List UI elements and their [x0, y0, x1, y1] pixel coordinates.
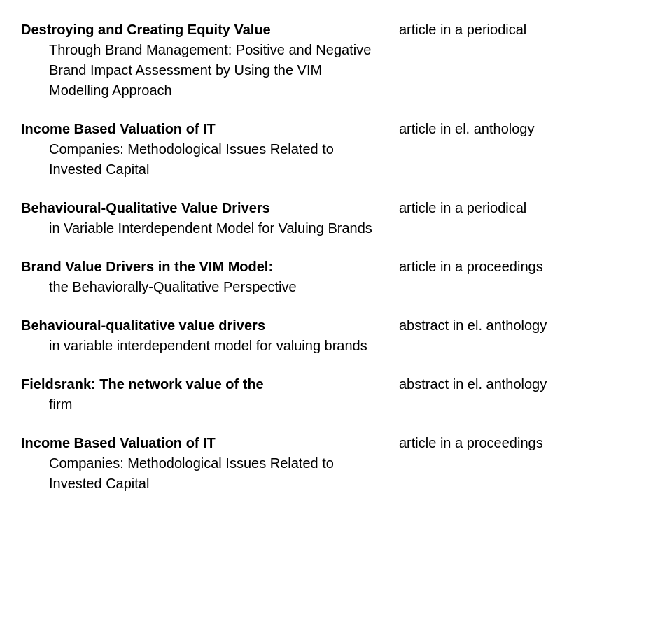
table-row: Fieldsrank: The network value of thefirm… — [21, 369, 651, 420]
entry-main-title: Behavioural-qualitative value drivers — [21, 315, 385, 336]
entry-main-title: Income Based Valuation of IT — [21, 433, 385, 453]
entry-main-title: Income Based Valuation of IT — [21, 119, 385, 139]
entry-type: article in el. anthology — [385, 119, 651, 139]
entry-sub-title: in variable interdependent model for val… — [21, 336, 385, 356]
entry-title: Income Based Valuation of ITCompanies: M… — [21, 433, 385, 494]
entry-main-title: Destroying and Creating Equity Value — [21, 20, 385, 40]
entry-sub-title: firm — [21, 394, 385, 415]
entry-sub-title: Through Brand Management: Positive and N… — [21, 40, 385, 101]
table-row: Behavioural-qualitative value driversin … — [21, 310, 651, 362]
entry-type: article in a periodical — [385, 20, 651, 40]
table-row: Income Based Valuation of ITCompanies: M… — [21, 113, 651, 185]
entry-title: Brand Value Drivers in the VIM Model:the… — [21, 257, 385, 297]
table-row: Income Based Valuation of ITCompanies: M… — [21, 427, 651, 499]
entry-title: Income Based Valuation of ITCompanies: M… — [21, 119, 385, 180]
entry-title: Behavioural-qualitative value driversin … — [21, 315, 385, 356]
entry-sub-title: the Behaviorally-Qualitative Perspective — [21, 277, 385, 297]
entry-type: article in a proceedings — [385, 433, 651, 453]
entry-main-title: Fieldsrank: The network value of the — [21, 374, 385, 394]
entry-sub-title: in Variable Interdependent Model for Val… — [21, 218, 385, 239]
entry-type: abstract in el. anthology — [385, 315, 651, 336]
entry-title: Behavioural-Qualitative Value Driversin … — [21, 198, 385, 239]
entry-type: article in a proceedings — [385, 257, 651, 277]
table-row: Behavioural-Qualitative Value Driversin … — [21, 192, 651, 244]
table-row: Destroying and Creating Equity ValueThro… — [21, 14, 651, 106]
entry-main-title: Brand Value Drivers in the VIM Model: — [21, 257, 385, 277]
entry-list: Destroying and Creating Equity ValueThro… — [21, 14, 651, 499]
entry-type: article in a periodical — [385, 198, 651, 218]
table-row: Brand Value Drivers in the VIM Model:the… — [21, 251, 651, 303]
entry-main-title: Behavioural-Qualitative Value Drivers — [21, 198, 385, 218]
entry-sub-title: Companies: Methodological Issues Related… — [21, 453, 385, 494]
entry-title: Destroying and Creating Equity ValueThro… — [21, 20, 385, 101]
entry-sub-title: Companies: Methodological Issues Related… — [21, 139, 385, 180]
entry-type: abstract in el. anthology — [385, 374, 651, 394]
entry-title: Fieldsrank: The network value of thefirm — [21, 374, 385, 415]
